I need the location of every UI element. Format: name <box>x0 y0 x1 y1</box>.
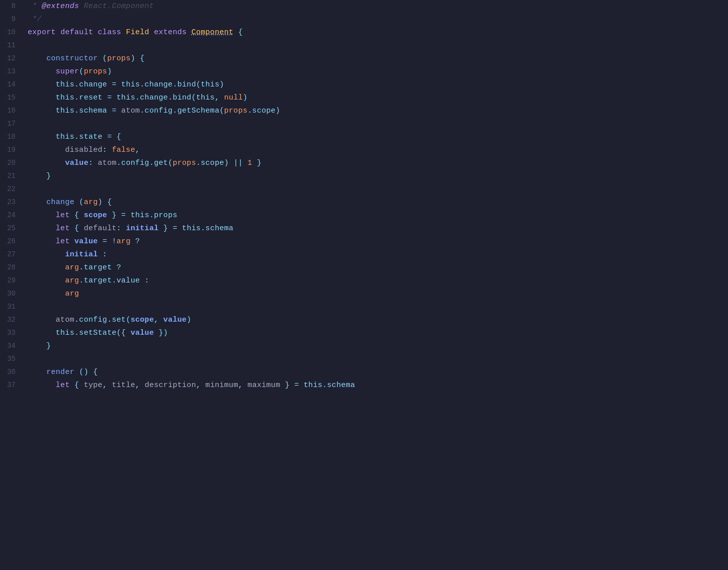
line-number-9: 9 <box>0 14 28 25</box>
code-line-22: 22 <box>0 183 728 196</box>
code-line-18: 18 this.state = { <box>0 131 728 144</box>
line-number-10: 10 <box>0 27 28 38</box>
code-content-19: disabled: false, <box>28 144 728 156</box>
line-number-22: 22 <box>0 183 28 195</box>
code-content-14: this.change = this.change.bind(this) <box>28 79 728 91</box>
code-content-34: } <box>28 340 728 352</box>
line-number-34: 34 <box>0 340 28 351</box>
code-content-21: } <box>28 170 728 182</box>
code-line-30: 30 arg <box>0 288 728 301</box>
code-content-23: change (arg) { <box>28 197 728 209</box>
line-number-37: 37 <box>0 379 28 391</box>
line-number-35: 35 <box>0 353 28 364</box>
line-number-30: 30 <box>0 288 28 299</box>
line-number-32: 32 <box>0 314 28 325</box>
code-content-36: render () { <box>28 366 728 378</box>
code-content-24: let { scope } = this.props <box>28 210 728 222</box>
line-number-27: 27 <box>0 249 28 260</box>
code-content-32: atom.config.set(scope, value) <box>28 314 728 326</box>
code-line-35: 35 <box>0 353 728 366</box>
line-number-25: 25 <box>0 223 28 234</box>
code-content-9: */ <box>28 14 728 26</box>
code-line-29: 29 arg.target.value : <box>0 274 728 288</box>
code-line-28: 28 arg.target ? <box>0 261 728 274</box>
line-number-14: 14 <box>0 79 28 90</box>
line-number-15: 15 <box>0 92 28 103</box>
code-line-27: 27 initial : <box>0 248 728 261</box>
line-number-24: 24 <box>0 210 28 221</box>
line-number-16: 16 <box>0 105 28 116</box>
code-line-33: 33 this.setState({ value }) <box>0 327 728 340</box>
line-number-19: 19 <box>0 144 28 155</box>
line-number-36: 36 <box>0 366 28 377</box>
code-line-11: 11 <box>0 39 728 52</box>
code-line-20: 20 value: atom.config.get(props.scope) |… <box>0 157 728 170</box>
code-content-33: this.setState({ value }) <box>28 327 728 339</box>
line-number-21: 21 <box>0 170 28 181</box>
code-content-29: arg.target.value : <box>28 275 728 287</box>
line-number-18: 18 <box>0 131 28 142</box>
code-line-26: 26 let value = !arg ? <box>0 235 728 248</box>
code-content-10: export default class Field extends Compo… <box>28 27 728 39</box>
code-line-16: 16 this.schema = atom.config.getSchema(p… <box>0 105 728 118</box>
code-line-23: 23 change (arg) { <box>0 196 728 209</box>
line-number-31: 31 <box>0 301 28 312</box>
code-line-34: 34 } <box>0 340 728 353</box>
line-number-23: 23 <box>0 197 28 208</box>
code-content-25: let { default: initial } = this.schema <box>28 223 728 235</box>
code-content-15: this.reset = this.change.bind(this, null… <box>28 92 728 104</box>
code-line-10: 10 export default class Field extends Co… <box>0 26 728 39</box>
code-line-13: 13 super(props) <box>0 65 728 78</box>
code-content-27: initial : <box>28 249 728 261</box>
code-content-20: value: atom.config.get(props.scope) || 1… <box>28 157 728 169</box>
line-number-26: 26 <box>0 236 28 247</box>
code-editor: 8 * @extends React.Component 9 */ 10 exp… <box>0 0 728 570</box>
code-line-19: 19 disabled: false, <box>0 144 728 157</box>
line-number-28: 28 <box>0 262 28 273</box>
code-line-14: 14 this.change = this.change.bind(this) <box>0 78 728 91</box>
code-content-13: super(props) <box>28 66 728 78</box>
code-line-37: 37 let { type, title, description, minim… <box>0 379 728 392</box>
code-line-12: 12 constructor (props) { <box>0 52 728 65</box>
code-content-12: constructor (props) { <box>28 53 728 65</box>
line-number-33: 33 <box>0 327 28 338</box>
line-number-20: 20 <box>0 157 28 168</box>
code-content-18: this.state = { <box>28 131 728 143</box>
code-line-24: 24 let { scope } = this.props <box>0 209 728 222</box>
code-line-15: 15 this.reset = this.change.bind(this, n… <box>0 91 728 105</box>
line-number-17: 17 <box>0 118 28 129</box>
line-number-8: 8 <box>0 1 28 12</box>
line-number-11: 11 <box>0 40 28 51</box>
code-line-8: 8 * @extends React.Component <box>0 0 728 13</box>
line-number-12: 12 <box>0 53 28 64</box>
line-number-13: 13 <box>0 66 28 77</box>
code-line-9: 9 */ <box>0 13 728 26</box>
code-content-30: arg <box>28 288 728 300</box>
code-content-37: let { type, title, description, minimum,… <box>28 379 728 392</box>
code-line-32: 32 atom.config.set(scope, value) <box>0 314 728 327</box>
code-content-26: let value = !arg ? <box>28 236 728 248</box>
code-line-25: 25 let { default: initial } = this.schem… <box>0 222 728 235</box>
code-line-31: 31 <box>0 301 728 314</box>
code-content-16: this.schema = atom.config.getSchema(prop… <box>28 105 728 117</box>
code-line-36: 36 render () { <box>0 366 728 379</box>
code-line-21: 21 } <box>0 170 728 183</box>
code-content-8: * @extends React.Component <box>28 1 728 13</box>
code-line-17: 17 <box>0 118 728 131</box>
line-number-29: 29 <box>0 275 28 286</box>
code-content-28: arg.target ? <box>28 262 728 274</box>
